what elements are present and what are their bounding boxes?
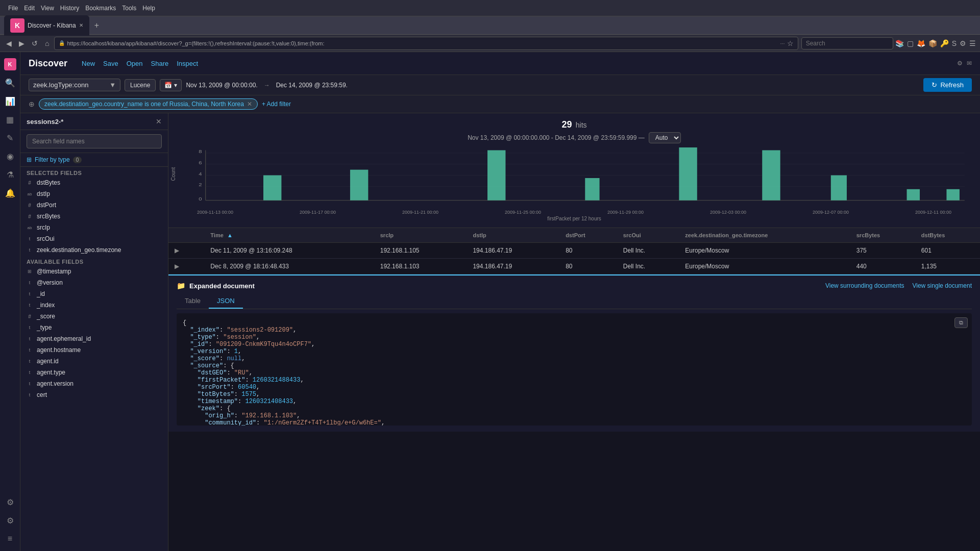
col-srcbytes[interactable]: srcBytes [850, 228, 915, 243]
field-item-type[interactable]: t _type [20, 322, 168, 333]
field-item-agent-id[interactable]: t agent.id [20, 356, 168, 367]
field-item-agent-version[interactable]: t agent.version [20, 378, 168, 389]
ext-icon-2[interactable]: 🔑 [940, 39, 949, 47]
home-button[interactable]: ⌂ [43, 38, 51, 48]
sidebar-collapse-icon[interactable]: ✕ [156, 117, 162, 126]
menu-bookmarks[interactable]: Bookmarks [85, 5, 116, 12]
row-expand-2[interactable]: ▶ [168, 259, 204, 274]
index-pattern-selector[interactable]: zeek.logType:conn ▼ [29, 79, 120, 91]
ext-icon-3[interactable]: S [952, 39, 957, 47]
nav-maps[interactable]: ◉ [2, 148, 18, 164]
field-item-dstport[interactable]: # dstPort [20, 199, 168, 211]
ext-icon-4[interactable]: ⚙ [960, 39, 966, 47]
share-button[interactable]: Share [151, 60, 169, 67]
col-dstip[interactable]: dstIp [467, 228, 559, 243]
col-srcoui[interactable]: srcOui [617, 228, 679, 243]
col-dstbytes[interactable]: dstBytes [915, 228, 980, 243]
tab-json[interactable]: JSON [209, 294, 243, 309]
forward-button[interactable]: ▶ [17, 38, 27, 48]
open-button[interactable]: Open [127, 60, 143, 67]
menu-history[interactable]: History [60, 5, 79, 12]
field-item-score[interactable]: # _score [20, 311, 168, 322]
reload-button[interactable]: ↺ [30, 38, 40, 48]
menu-help[interactable]: Help [142, 5, 155, 12]
lucene-button[interactable]: Lucene [125, 79, 156, 91]
field-type-t9: t [27, 381, 33, 386]
browser-search-input[interactable] [801, 37, 893, 49]
save-button[interactable]: Save [103, 60, 118, 67]
field-item-version[interactable]: t @version [20, 277, 168, 288]
field-item-timestamp[interactable]: ⊞ @timestamp [20, 266, 168, 277]
nav-visualize[interactable]: 📊 [2, 93, 18, 109]
expand-icon-2[interactable]: ▶ [175, 263, 179, 270]
url-text: https://localhost/kibana/app/kibana#/dis… [67, 40, 324, 46]
field-item-index[interactable]: t _index [20, 299, 168, 311]
field-item-timezone[interactable]: t zeek.destination_geo.timezone [20, 244, 168, 256]
field-search-input[interactable] [27, 134, 162, 148]
field-item-ephemeral-id[interactable]: t agent.ephemeral_id [20, 333, 168, 344]
header-settings-icon[interactable]: ⚙ [957, 60, 963, 67]
selected-fields-label: Selected fields [20, 167, 168, 177]
field-item-srcbytes[interactable]: # srcBytes [20, 211, 168, 222]
add-filter-button[interactable]: + Add filter [262, 101, 291, 108]
header-notifications-icon[interactable]: ✉ [967, 60, 972, 67]
col-timezone[interactable]: zeek.destination_geo.timezone [679, 228, 850, 243]
col-time[interactable]: Time ▲ [204, 228, 374, 243]
field-type-n1: # [27, 314, 33, 319]
copy-json-button[interactable]: ⧉ [954, 317, 968, 328]
nav-more[interactable]: ≡ [2, 531, 18, 547]
field-item-id[interactable]: t _id [20, 288, 168, 299]
nav-discover[interactable]: 🔍 [2, 74, 18, 91]
kibana-home-nav[interactable]: K [2, 56, 18, 72]
bookmarks-icon[interactable]: 📚 [895, 39, 904, 47]
refresh-button[interactable]: ↻ Refresh [923, 78, 972, 92]
time-picker-from[interactable]: 📅 ▾ [160, 79, 182, 91]
view-single-link[interactable]: View single document [912, 282, 972, 289]
field-item-dstbytes[interactable]: # dstBytes [20, 177, 168, 188]
inspect-button[interactable]: Inspect [177, 60, 198, 67]
auto-select[interactable]: Auto [649, 132, 681, 143]
menu-view[interactable]: View [41, 5, 54, 12]
url-input[interactable]: 🔒 https://localhost/kibana/app/kibana#/d… [54, 37, 798, 50]
nav-ml[interactable]: ⚗ [2, 166, 18, 183]
tab-table[interactable]: Table [177, 294, 209, 309]
col-dstport[interactable]: dstPort [559, 228, 617, 243]
new-tab-button[interactable]: + [91, 20, 102, 31]
nav-settings[interactable]: ⚙ [2, 512, 18, 529]
filter-chip[interactable]: zeek.destination_geo.country_name is one… [39, 98, 258, 110]
expand-icon-1[interactable]: ▶ [175, 247, 179, 254]
ext-icon-5[interactable]: ☰ [969, 39, 976, 47]
firefox-icon[interactable]: 🦊 [917, 39, 925, 47]
menu-bar[interactable]: File Edit View History Bookmarks Tools H… [4, 5, 159, 12]
field-item-hostname[interactable]: t agent.hostname [20, 344, 168, 356]
nav-alerts[interactable]: 🔔 [2, 185, 18, 201]
filter-chip-remove[interactable]: ✕ [247, 101, 252, 108]
nav-dev-tools[interactable]: ⚙ [2, 494, 18, 510]
nav-dashboard[interactable]: ▦ [2, 111, 18, 128]
hits-label: hits [576, 121, 587, 129]
back-button[interactable]: ◀ [4, 38, 14, 48]
row-srcbytes-1: 375 [850, 243, 915, 259]
field-name-timestamp: @timestamp [37, 268, 71, 275]
field-item-cert[interactable]: t cert [20, 389, 168, 400]
tab-close-button[interactable]: ✕ [79, 22, 83, 28]
new-button[interactable]: New [82, 60, 95, 67]
filter-by-type[interactable]: ⊞ Filter by type 0 [20, 153, 168, 167]
window-icon[interactable]: ▢ [907, 39, 914, 47]
menu-tools[interactable]: Tools [122, 5, 136, 12]
menu-file[interactable]: File [8, 5, 18, 12]
field-item-dstip[interactable]: ab dstIp [20, 188, 168, 199]
field-item-srcoui[interactable]: t srcOui [20, 233, 168, 244]
view-surrounding-link[interactable]: View surrounding documents [825, 282, 904, 289]
active-tab[interactable]: K Discover - Kibana ✕ [4, 15, 89, 36]
row-dstport-1: 80 [559, 243, 617, 259]
nav-canvas[interactable]: ✎ [2, 130, 18, 146]
ext-icon-1[interactable]: 📦 [928, 39, 937, 47]
results-area[interactable]: Time ▲ srcIp dstIp dstPort srcOui zeek.d… [168, 228, 980, 551]
row-expand-1[interactable]: ▶ [168, 243, 204, 259]
field-item-srcip[interactable]: ab srcIp [20, 222, 168, 233]
json-line: "srcPort": 60540, [183, 384, 966, 391]
menu-edit[interactable]: Edit [24, 5, 35, 12]
col-srcip[interactable]: srcIp [374, 228, 467, 243]
field-item-agent-type[interactable]: t agent.type [20, 367, 168, 378]
